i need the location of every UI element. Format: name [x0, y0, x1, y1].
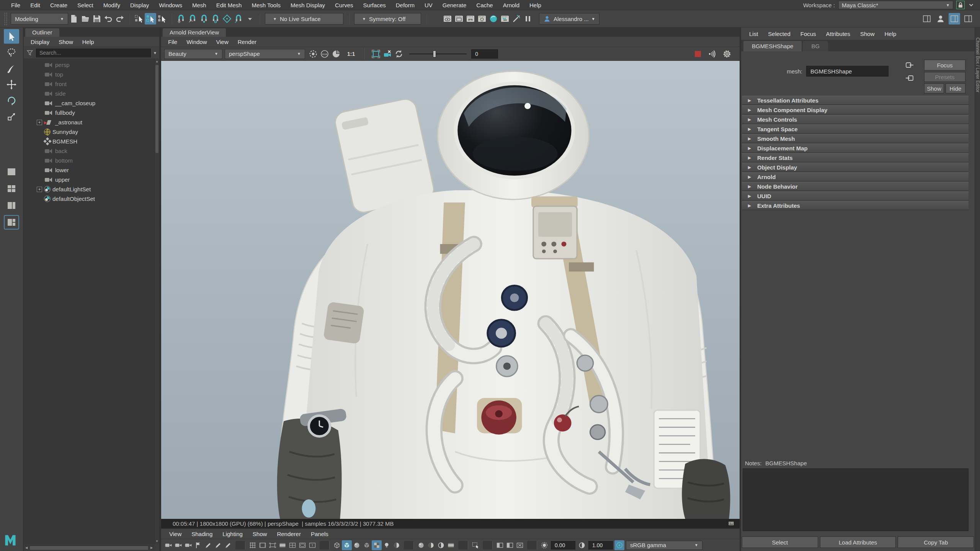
- pencil-select-icon[interactable]: [213, 540, 223, 550]
- wireframe-icon[interactable]: [332, 540, 342, 550]
- menu-item[interactable]: Select: [72, 2, 98, 8]
- modeling-toolkit-icon[interactable]: [921, 13, 933, 24]
- toolbar-item[interactable]: [483, 541, 493, 549]
- color-management-toggle-icon[interactable]: [614, 540, 624, 550]
- redo-icon[interactable]: [114, 13, 126, 24]
- expand-icon[interactable]: +: [37, 187, 42, 192]
- user-account-menu[interactable]: Alessandro ... ▼: [539, 13, 599, 24]
- menu-item[interactable]: View: [212, 39, 233, 45]
- render-settings-icon[interactable]: [476, 13, 488, 24]
- pane-right-icon[interactable]: [505, 540, 515, 550]
- hide-button[interactable]: Hide: [946, 83, 965, 93]
- menu-item[interactable]: Deform: [391, 2, 420, 8]
- lock-workspace-icon[interactable]: [957, 1, 964, 9]
- attribute-section-header[interactable]: ▶ Object Display: [742, 163, 969, 172]
- xray-icon[interactable]: [515, 540, 525, 550]
- channel-box-side-tab[interactable]: Channel Box / Layer Editor: [975, 28, 980, 551]
- scroll-right-icon[interactable]: ▶: [149, 545, 154, 551]
- menu-item[interactable]: File: [163, 39, 182, 45]
- hypershade-icon[interactable]: [488, 13, 499, 24]
- attribute-editor-bottom-button[interactable]: Select: [742, 536, 818, 548]
- light-editor-icon[interactable]: [511, 13, 522, 24]
- render-setup-icon[interactable]: [499, 13, 511, 24]
- workspace-select[interactable]: Maya Classic*▼: [838, 1, 953, 9]
- view-transform-select[interactable]: sRGB gamma▼: [626, 541, 702, 550]
- ambient-occlusion-icon[interactable]: [416, 540, 426, 550]
- outliner-tab[interactable]: Outliner: [25, 28, 59, 37]
- shaded-icon[interactable]: [342, 540, 352, 550]
- camera-icon[interactable]: [163, 540, 173, 550]
- outliner-item[interactable]: + Sunnyday: [24, 127, 154, 137]
- menu-item[interactable]: Windows: [154, 2, 187, 8]
- attribute-section-header[interactable]: ▶ Extra Attributes: [742, 201, 969, 210]
- menu-item[interactable]: Edit Mesh: [211, 2, 247, 8]
- anti-alias-icon[interactable]: [436, 540, 446, 550]
- attribute-section-header[interactable]: ▶ Arnold: [742, 172, 969, 181]
- resolution-gate-icon[interactable]: [268, 540, 278, 550]
- collapse-panel-icon[interactable]: [968, 2, 975, 8]
- render-current-frame-icon[interactable]: [453, 13, 465, 24]
- speaker-icon[interactable]: [707, 48, 718, 60]
- snapshot-icon[interactable]: [307, 48, 319, 60]
- layout-two-pane-icon[interactable]: [5, 199, 18, 212]
- attribute-section-header[interactable]: ▶ Tessellation Attributes: [742, 96, 969, 105]
- outliner-item[interactable]: + persp: [24, 60, 154, 70]
- menu-item[interactable]: Focus: [795, 31, 821, 37]
- scroll-left-icon[interactable]: ◀: [24, 545, 29, 551]
- save-scene-icon[interactable]: [91, 13, 103, 24]
- debug-shading-slider[interactable]: [409, 49, 467, 59]
- notes-area[interactable]: [743, 468, 969, 531]
- attribute-editor-bottom-button[interactable]: Load Attributes: [820, 536, 896, 548]
- attribute-editor-icon[interactable]: [962, 13, 974, 24]
- snap-viewplane-icon[interactable]: [221, 13, 233, 24]
- outliner-item[interactable]: + fullbody: [24, 108, 154, 117]
- outliner-item[interactable]: + __cam_closeup: [24, 98, 154, 108]
- focus-button[interactable]: Focus: [924, 60, 965, 70]
- menu-set-select[interactable]: Modeling▼: [11, 13, 68, 24]
- menu-item[interactable]: Surfaces: [358, 2, 391, 8]
- select-tool-icon[interactable]: [4, 29, 19, 44]
- menu-item[interactable]: Mesh: [187, 2, 211, 8]
- select-object-icon[interactable]: [133, 13, 145, 24]
- menu-item[interactable]: Panels: [306, 531, 333, 537]
- outliner-item[interactable]: + defaultObjectSet: [24, 194, 154, 204]
- render-camera-select[interactable]: perspShape▼: [225, 49, 305, 59]
- toolbar-item[interactable]: [404, 541, 414, 549]
- mesh-name-field[interactable]: BGMESHShape: [806, 66, 889, 77]
- motion-blur-icon[interactable]: [426, 540, 436, 550]
- scale-tool-icon[interactable]: [4, 109, 19, 124]
- attribute-section-header[interactable]: ▶ Mesh Controls: [742, 115, 969, 124]
- menu-item[interactable]: UV: [420, 2, 438, 8]
- bookmark-icon[interactable]: [193, 540, 203, 550]
- aov-select[interactable]: Beauty▼: [164, 49, 222, 59]
- toolbar-item[interactable]: [527, 541, 537, 549]
- new-scene-icon[interactable]: [68, 13, 80, 24]
- outliner-item[interactable]: + back: [24, 146, 154, 156]
- attribute-section-header[interactable]: ▶ Render Stats: [742, 153, 969, 162]
- pencil-add-icon[interactable]: [203, 540, 213, 550]
- snap-grid-icon[interactable]: [175, 13, 187, 24]
- render-view-icon[interactable]: [442, 13, 453, 24]
- slider-value-field[interactable]: 0: [471, 49, 498, 59]
- scroll-down-icon[interactable]: ▼: [155, 539, 159, 544]
- field-chart-icon[interactable]: [287, 540, 297, 550]
- depth-peeling-icon[interactable]: [446, 540, 456, 550]
- layout-pane-split-icon[interactable]: [5, 216, 18, 229]
- toolbar-item[interactable]: [458, 541, 468, 549]
- outliner-item[interactable]: + BGMESH: [24, 137, 154, 146]
- toolbar-item[interactable]: [320, 541, 330, 549]
- drag-grip-icon[interactable]: [4, 12, 8, 25]
- attribute-editor-tab[interactable]: BGMESHShape: [743, 41, 802, 51]
- menu-item[interactable]: Create: [45, 2, 72, 8]
- menu-item[interactable]: Arnold: [498, 2, 524, 8]
- material-icon[interactable]: [352, 540, 362, 550]
- outliner-item[interactable]: + side: [24, 89, 154, 98]
- textured-icon[interactable]: [372, 540, 382, 550]
- menu-item[interactable]: Shading: [186, 531, 217, 537]
- paint-select-tool-icon[interactable]: [4, 61, 19, 76]
- open-scene-icon[interactable]: [80, 13, 91, 24]
- select-hierarchy-icon[interactable]: [156, 13, 168, 24]
- gate-mask-icon[interactable]: [278, 540, 287, 550]
- menu-item[interactable]: Show: [248, 531, 272, 537]
- menu-item[interactable]: Help: [879, 31, 901, 37]
